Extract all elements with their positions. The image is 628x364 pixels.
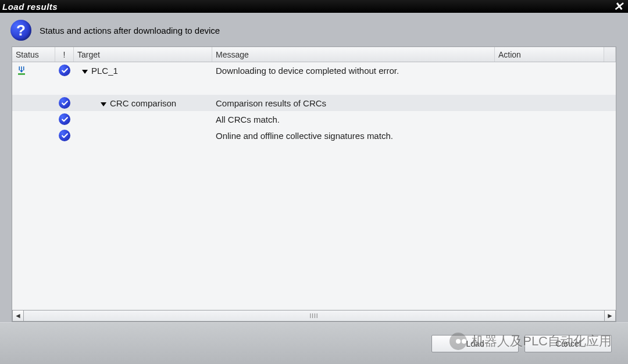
- horizontal-scrollbar[interactable]: ◄ IIII ►: [12, 310, 616, 322]
- table-row[interactable]: CRC comparisonComparison results of CRCs: [12, 95, 616, 111]
- check-icon: [59, 65, 70, 76]
- results-table: Status ! Target Message Action PLC_1Down…: [12, 47, 616, 322]
- table-row[interactable]: Online and offline collective signatures…: [12, 127, 616, 144]
- table-body: PLC_1Downloading to device completed wit…: [12, 62, 616, 309]
- col-bang[interactable]: !: [55, 47, 74, 62]
- scroll-track[interactable]: IIII: [24, 310, 604, 322]
- check-icon: [59, 130, 70, 141]
- header-text: Status and actions after downloading to …: [40, 26, 220, 35]
- button-bar: Load Cancel 机器人及PLC自动化应用: [0, 322, 628, 364]
- message-text: All CRCs match.: [216, 115, 280, 124]
- expand-triangle-icon[interactable]: [101, 102, 106, 106]
- title-bar[interactable]: Load results ✕: [0, 0, 628, 13]
- scroll-right-button[interactable]: ►: [604, 310, 616, 322]
- message-text: Downloading to device completed without …: [216, 66, 399, 76]
- check-icon: [59, 97, 70, 109]
- target-label: PLC_1: [91, 66, 118, 76]
- table-row: [12, 78, 616, 95]
- dialog-title: Load results: [2, 2, 58, 12]
- target-label: CRC comparison: [110, 98, 176, 108]
- col-action[interactable]: Action: [495, 47, 604, 62]
- table-row[interactable]: PLC_1Downloading to device completed wit…: [12, 62, 616, 78]
- message-text: Comparison results of CRCs: [216, 98, 326, 108]
- col-status[interactable]: Status: [12, 47, 55, 62]
- col-scroll-gutter: [604, 47, 616, 62]
- load-button[interactable]: Load: [431, 335, 519, 352]
- question-icon: ?: [10, 20, 31, 41]
- scroll-left-button[interactable]: ◄: [12, 310, 24, 322]
- check-icon: [59, 113, 70, 125]
- col-target[interactable]: Target: [74, 47, 212, 62]
- table-header: Status ! Target Message Action: [12, 47, 616, 62]
- expand-triangle-icon[interactable]: [82, 70, 88, 74]
- message-text: Online and offline collective signatures…: [216, 131, 393, 141]
- download-arrow-icon: [16, 65, 27, 76]
- cancel-button[interactable]: Cancel: [524, 335, 612, 352]
- table-row[interactable]: All CRCs match.: [12, 111, 616, 127]
- load-results-dialog: Load results ✕ ? Status and actions afte…: [0, 0, 628, 364]
- dialog-header: ? Status and actions after downloading t…: [0, 13, 628, 47]
- col-message[interactable]: Message: [212, 47, 495, 62]
- close-icon[interactable]: ✕: [611, 1, 626, 12]
